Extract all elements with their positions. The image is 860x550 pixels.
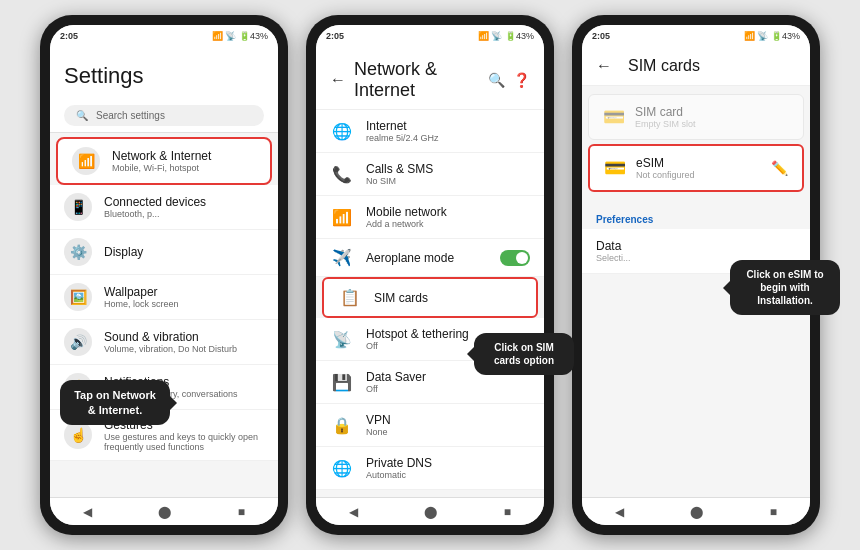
- nav-bar-2: ◀ ⬤ ■: [316, 497, 544, 525]
- aeroplane-toggle[interactable]: [500, 250, 530, 266]
- connected-title: Connected devices: [104, 195, 264, 209]
- aeroplane-title: Aeroplane mode: [366, 251, 454, 265]
- settings-title: Settings: [50, 47, 278, 99]
- vpn-sub: None: [366, 427, 391, 437]
- aeroplane-icon: ✈️: [330, 248, 354, 267]
- mobile-net-sub: Add a network: [366, 219, 447, 229]
- sim-card-slot-item[interactable]: 💳 SIM card Empty SIM slot: [588, 94, 804, 140]
- recents-nav[interactable]: ■: [238, 505, 245, 519]
- phone-2: 2:05 📶 📡 🔋43% ← Network & Internet 🔍 ❓ 🌐…: [306, 15, 554, 535]
- status-icons-3: 📶 📡 🔋43%: [744, 31, 800, 41]
- internet-item[interactable]: 🌐 Internet realme 5i/2.4 GHz: [316, 110, 544, 153]
- esim-title: eSIM: [636, 156, 695, 170]
- status-icons-1: 📶 📡 🔋43%: [212, 31, 268, 41]
- toggle-knob: [516, 252, 528, 264]
- back-nav-3[interactable]: ◀: [615, 505, 624, 519]
- private-dns-sub: Automatic: [366, 470, 432, 480]
- wallpaper-item[interactable]: 🖼️ Wallpaper Home, lock screen: [50, 275, 278, 320]
- phone-1: 2:05 📶 📡 🔋43% Settings 🔍 Search settings…: [40, 15, 288, 535]
- tooltip-2: Click on SIM cards option: [474, 333, 574, 375]
- recents-nav-3[interactable]: ■: [770, 505, 777, 519]
- sound-icon: 🔊: [64, 328, 92, 356]
- connected-icon: 📱: [64, 193, 92, 221]
- search-icon: 🔍: [76, 110, 88, 121]
- hotspot-title: Hotspot & tethering: [366, 327, 469, 341]
- sim-card-title: SIM card: [635, 105, 696, 119]
- calls-sms-item[interactable]: 📞 Calls & SMS No SIM: [316, 153, 544, 196]
- vpn-icon: 🔒: [330, 416, 354, 435]
- time-3: 2:05: [592, 31, 610, 41]
- internet-icon: 🌐: [330, 122, 354, 141]
- wallpaper-icon: 🖼️: [64, 283, 92, 311]
- status-bar-1: 2:05 📶 📡 🔋43%: [50, 25, 278, 47]
- private-dns-title: Private DNS: [366, 456, 432, 470]
- network-internet-item[interactable]: 📶 Network & Internet Mobile, Wi-Fi, hots…: [56, 137, 272, 185]
- network-item-sub: Mobile, Wi-Fi, hotspot: [112, 163, 256, 173]
- ni-title: Network & Internet: [354, 59, 488, 101]
- esim-item[interactable]: 💳 eSIM Not configured ✏️: [588, 144, 804, 192]
- network-screen: ← Network & Internet 🔍 ❓ 🌐 Internet real…: [316, 47, 544, 497]
- status-bar-2: 2:05 📶 📡 🔋43%: [316, 25, 544, 47]
- network-icon: 📶: [72, 147, 100, 175]
- time-1: 2:05: [60, 31, 78, 41]
- display-icon: ⚙️: [64, 238, 92, 266]
- back-arrow-2[interactable]: ←: [330, 71, 346, 89]
- connected-devices-item[interactable]: 📱 Connected devices Bluetooth, p...: [50, 185, 278, 230]
- sim-cards-header: ← SIM cards: [582, 47, 810, 86]
- time-2: 2:05: [326, 31, 344, 41]
- display-item[interactable]: ⚙️ Display: [50, 230, 278, 275]
- data-sel-title: Data: [596, 239, 631, 253]
- internet-sub: realme 5i/2.4 GHz: [366, 133, 439, 143]
- home-nav-3[interactable]: ⬤: [690, 505, 703, 519]
- back-arrow-3[interactable]: ←: [596, 57, 612, 75]
- recents-nav-2[interactable]: ■: [504, 505, 511, 519]
- back-nav-2[interactable]: ◀: [349, 505, 358, 519]
- data-saver-icon: 💾: [330, 373, 354, 392]
- nav-bar-3: ◀ ⬤ ■: [582, 497, 810, 525]
- private-dns-icon: 🌐: [330, 459, 354, 478]
- hotspot-icon: 📡: [330, 330, 354, 349]
- help-icon[interactable]: ❓: [513, 72, 530, 88]
- data-saver-title: Data Saver: [366, 370, 426, 384]
- calls-sub: No SIM: [366, 176, 433, 186]
- mobile-network-item[interactable]: 📶 Mobile network Add a network: [316, 196, 544, 239]
- sim-cards-title: SIM cards: [628, 57, 700, 75]
- ni-header: ← Network & Internet 🔍 ❓: [316, 47, 544, 110]
- private-dns-item[interactable]: 🌐 Private DNS Automatic: [316, 447, 544, 490]
- back-nav[interactable]: ◀: [83, 505, 92, 519]
- sim-title: SIM cards: [374, 291, 428, 305]
- sim-icon: 📋: [338, 288, 362, 307]
- tooltip-3: Click on eSIM to begin with Installation…: [730, 260, 840, 315]
- phone-3: 2:05 📶 📡 🔋43% ← SIM cards 💳 SIM card Emp…: [572, 15, 820, 535]
- esim-edit-icon[interactable]: ✏️: [771, 160, 788, 176]
- sim-card-icon: 💳: [603, 106, 625, 128]
- preferences-label: Preferences: [582, 204, 810, 229]
- sim-card-sub: Empty SIM slot: [635, 119, 696, 129]
- search-icon-2[interactable]: 🔍: [488, 72, 505, 88]
- gestures-sub: Use gestures and keys to quickly open fr…: [104, 432, 264, 452]
- settings-screen: Settings 🔍 Search settings 📶 Network & I…: [50, 47, 278, 497]
- sound-title: Sound & vibration: [104, 330, 264, 344]
- search-bar[interactable]: 🔍 Search settings: [50, 99, 278, 133]
- data-sel-sub: Selecti...: [596, 253, 631, 263]
- sim-cards-item[interactable]: 📋 SIM cards: [322, 277, 538, 318]
- calls-icon: 📞: [330, 165, 354, 184]
- search-placeholder: Search settings: [96, 110, 165, 121]
- calls-title: Calls & SMS: [366, 162, 433, 176]
- hotspot-sub: Off: [366, 341, 469, 351]
- home-nav[interactable]: ⬤: [158, 505, 171, 519]
- sound-sub: Volume, vibration, Do Not Disturb: [104, 344, 264, 354]
- aeroplane-mode-item[interactable]: ✈️ Aeroplane mode: [316, 239, 544, 277]
- vpn-item[interactable]: 🔒 VPN None: [316, 404, 544, 447]
- status-bar-3: 2:05 📶 📡 🔋43%: [582, 25, 810, 47]
- network-item-title: Network & Internet: [112, 149, 256, 163]
- mobile-net-icon: 📶: [330, 208, 354, 227]
- wallpaper-sub: Home, lock screen: [104, 299, 264, 309]
- home-nav-2[interactable]: ⬤: [424, 505, 437, 519]
- mobile-net-title: Mobile network: [366, 205, 447, 219]
- vpn-title: VPN: [366, 413, 391, 427]
- sound-item[interactable]: 🔊 Sound & vibration Volume, vibration, D…: [50, 320, 278, 365]
- data-saver-sub: Off: [366, 384, 426, 394]
- tooltip-1: Tap on Network & Internet.: [60, 380, 170, 425]
- display-title: Display: [104, 245, 264, 259]
